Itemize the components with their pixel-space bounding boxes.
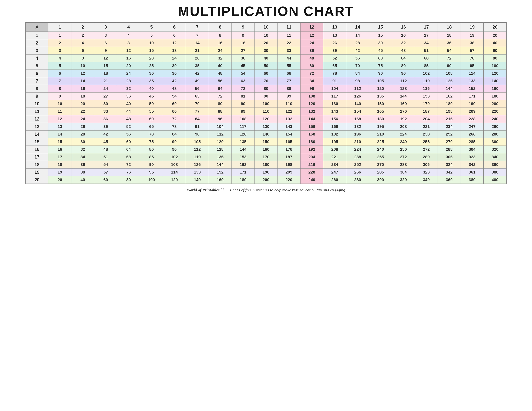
cell-10-2: 20 bbox=[71, 100, 94, 108]
chart-table: X1234567891011121314151617181920 1123456… bbox=[25, 22, 507, 184]
cell-15-11: 165 bbox=[277, 138, 300, 146]
cell-6-4: 24 bbox=[117, 70, 140, 77]
cell-11-5: 55 bbox=[140, 108, 163, 115]
cell-3-19: 57 bbox=[461, 47, 483, 55]
cell-10-10: 100 bbox=[255, 100, 277, 108]
cell-5-17: 85 bbox=[415, 62, 437, 70]
header-col-7: 7 bbox=[186, 23, 209, 32]
cell-14-2: 28 bbox=[71, 131, 94, 138]
cell-14-13: 182 bbox=[323, 131, 346, 138]
cell-16-5: 80 bbox=[140, 146, 163, 153]
cell-3-1: 3 bbox=[48, 47, 71, 55]
cell-5-15: 75 bbox=[369, 62, 392, 70]
cell-9-5: 45 bbox=[140, 93, 163, 100]
header-col-12: 12 bbox=[300, 23, 323, 32]
cell-18-13: 234 bbox=[323, 161, 346, 168]
row-header-3: 3 bbox=[26, 47, 48, 55]
table-row: 1414284256708498112126140154168182196210… bbox=[26, 131, 507, 138]
cell-9-14: 126 bbox=[346, 93, 369, 100]
cell-20-2: 40 bbox=[71, 176, 94, 184]
cell-8-8: 64 bbox=[209, 85, 231, 93]
cell-16-11: 176 bbox=[277, 146, 300, 153]
cell-18-6: 108 bbox=[163, 161, 186, 168]
heart-icon: ♡ bbox=[220, 188, 224, 192]
cell-13-13: 169 bbox=[323, 123, 346, 131]
cell-15-8: 120 bbox=[209, 138, 231, 146]
cell-20-14: 280 bbox=[346, 176, 369, 184]
header-col-19: 19 bbox=[461, 23, 483, 32]
cell-16-20: 320 bbox=[484, 146, 507, 153]
cell-20-1: 20 bbox=[48, 176, 71, 184]
cell-8-17: 136 bbox=[415, 85, 437, 93]
cell-11-11: 121 bbox=[277, 108, 300, 115]
cell-20-18: 360 bbox=[438, 176, 461, 184]
cell-17-9: 153 bbox=[232, 153, 255, 161]
cell-17-18: 306 bbox=[438, 153, 461, 161]
cell-20-9: 180 bbox=[232, 176, 255, 184]
cell-19-8: 152 bbox=[209, 168, 231, 176]
cell-14-7: 98 bbox=[186, 131, 209, 138]
cell-17-10: 170 bbox=[255, 153, 277, 161]
cell-19-12: 228 bbox=[300, 168, 323, 176]
cell-11-20: 220 bbox=[484, 108, 507, 115]
cell-2-7: 14 bbox=[186, 39, 209, 47]
cell-15-4: 60 bbox=[117, 138, 140, 146]
cell-17-6: 102 bbox=[163, 153, 186, 161]
cell-5-16: 80 bbox=[392, 62, 415, 70]
cell-3-5: 15 bbox=[140, 47, 163, 55]
cell-12-5: 60 bbox=[140, 115, 163, 123]
cell-2-19: 38 bbox=[461, 39, 483, 47]
brand-name: World of Printables bbox=[187, 188, 220, 192]
cell-9-16: 144 bbox=[392, 93, 415, 100]
cell-16-2: 32 bbox=[71, 146, 94, 153]
table-row: 1111223344556677889911012113214315416517… bbox=[26, 108, 507, 115]
cell-3-15: 45 bbox=[369, 47, 392, 55]
cell-16-18: 288 bbox=[438, 146, 461, 153]
cell-4-14: 56 bbox=[346, 55, 369, 62]
cell-1-1: 1 bbox=[48, 32, 71, 39]
cell-6-9: 54 bbox=[232, 70, 255, 77]
cell-18-2: 36 bbox=[71, 161, 94, 168]
cell-1-18: 18 bbox=[438, 32, 461, 39]
cell-17-3: 51 bbox=[94, 153, 117, 161]
cell-8-11: 88 bbox=[277, 85, 300, 93]
cell-3-10: 30 bbox=[255, 47, 277, 55]
cell-11-7: 77 bbox=[186, 108, 209, 115]
row-header-8: 8 bbox=[26, 85, 48, 93]
row-header-16: 16 bbox=[26, 146, 48, 153]
cell-4-4: 16 bbox=[117, 55, 140, 62]
cell-6-5: 30 bbox=[140, 70, 163, 77]
cell-3-9: 27 bbox=[232, 47, 255, 55]
cell-8-18: 144 bbox=[438, 85, 461, 93]
cell-4-19: 76 bbox=[461, 55, 483, 62]
cell-20-6: 120 bbox=[163, 176, 186, 184]
cell-7-15: 105 bbox=[369, 77, 392, 85]
table-row: 1818365472901081261441621801982162342522… bbox=[26, 161, 507, 168]
row-header-1: 1 bbox=[26, 32, 48, 39]
header-col-15: 15 bbox=[369, 23, 392, 32]
cell-13-19: 247 bbox=[461, 123, 483, 131]
cell-20-19: 380 bbox=[461, 176, 483, 184]
cell-18-8: 144 bbox=[209, 161, 231, 168]
cell-19-13: 247 bbox=[323, 168, 346, 176]
cell-13-10: 130 bbox=[255, 123, 277, 131]
cell-11-19: 209 bbox=[461, 108, 483, 115]
cell-17-19: 323 bbox=[461, 153, 483, 161]
cell-7-16: 112 bbox=[392, 77, 415, 85]
cell-20-12: 240 bbox=[300, 176, 323, 184]
row-header-5: 5 bbox=[26, 62, 48, 70]
cell-8-12: 96 bbox=[300, 85, 323, 93]
cell-8-15: 120 bbox=[369, 85, 392, 93]
cell-16-8: 128 bbox=[209, 146, 231, 153]
header-col-8: 8 bbox=[209, 23, 231, 32]
cell-17-16: 272 bbox=[392, 153, 415, 161]
cell-6-2: 12 bbox=[71, 70, 94, 77]
cell-8-9: 72 bbox=[232, 85, 255, 93]
cell-15-15: 225 bbox=[369, 138, 392, 146]
cell-16-1: 16 bbox=[48, 146, 71, 153]
cell-18-1: 18 bbox=[48, 161, 71, 168]
cell-19-15: 285 bbox=[369, 168, 392, 176]
cell-13-18: 234 bbox=[438, 123, 461, 131]
header-col-5: 5 bbox=[140, 23, 163, 32]
cell-7-20: 140 bbox=[484, 77, 507, 85]
